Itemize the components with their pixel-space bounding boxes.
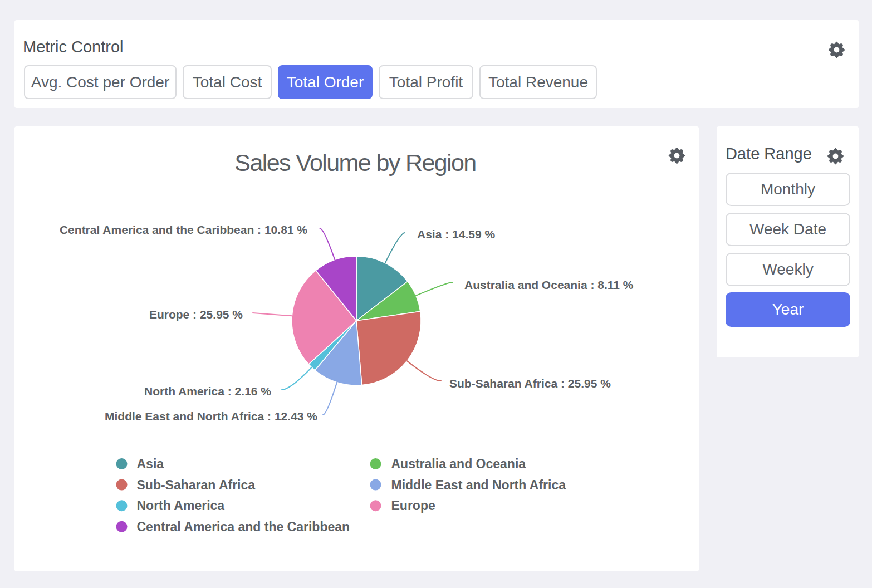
svg-text:Europe : 25.95 %: Europe : 25.95 % [149, 308, 243, 321]
svg-text:Central America and the Caribb: Central America and the Caribbean : 10.8… [60, 223, 307, 236]
svg-text:Asia : 14.59 %: Asia : 14.59 % [417, 228, 495, 241]
svg-text:Middle East and North Africa: Middle East and North Africa [391, 478, 566, 492]
svg-text:Sales Volume by Region: Sales Volume by Region [234, 149, 476, 176]
svg-text:Australia and Oceania: Australia and Oceania [391, 457, 526, 471]
svg-text:Australia and Oceania : 8.11 %: Australia and Oceania : 8.11 % [464, 278, 634, 291]
svg-text:Asia: Asia [137, 457, 164, 471]
svg-text:Central America and the Caribb: Central America and the Caribbean [137, 520, 350, 534]
svg-text:Sub-Saharan Africa: Sub-Saharan Africa [137, 478, 256, 492]
svg-text:Europe: Europe [391, 498, 435, 513]
svg-text:Sub-Saharan Africa : 25.95 %: Sub-Saharan Africa : 25.95 % [449, 377, 611, 390]
svg-text:Middle East and North Africa :: Middle East and North Africa : 12.43 % [105, 410, 317, 423]
svg-text:North America : 2.16 %: North America : 2.16 % [144, 385, 271, 398]
svg-text:North America: North America [137, 498, 225, 513]
